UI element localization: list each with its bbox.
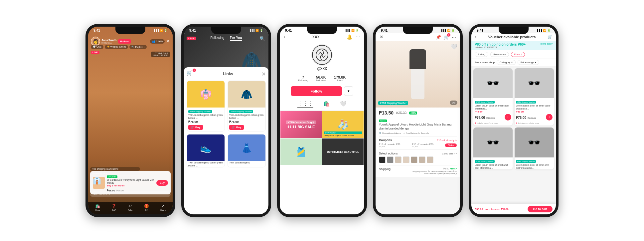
shop-filter-row: From same shop Category ▾ Price range ▾ (471, 59, 556, 66)
status-icons-4: ▐▐▐ 📶 🔋 (440, 29, 455, 32)
coupons-title: Coupons (379, 138, 392, 142)
close-links-icon[interactable]: ✕ (261, 71, 266, 77)
swatch-4[interactable] (403, 156, 409, 163)
swatch-5[interactable] (411, 156, 417, 163)
nav-gift[interactable]: 🎁 Gift (144, 204, 149, 211)
cart-icon-p5[interactable]: 🛒 (548, 35, 553, 39)
price-range-filter[interactable]: Price range ▾ (518, 60, 539, 65)
nav-qa[interactable]: ❓ Q&A (111, 204, 116, 211)
buy-button[interactable]: Buy (156, 180, 168, 186)
nav-share[interactable]: ↗ Share (160, 204, 166, 211)
price-p5-2: ₱76.00 (516, 116, 526, 120)
add-cart-btn-1[interactable]: + (505, 114, 511, 120)
product-title-4: Twin-pocket organic (228, 161, 265, 164)
comment-input[interactable]: Add comment (90, 191, 171, 197)
swatch-1[interactable] (379, 156, 386, 163)
header-icons-p5: 🛒 (548, 35, 553, 39)
weekly-ranking-button[interactable]: 🏆 Weekly ranking (105, 45, 128, 49)
coupons-header: Coupons P10 off already > (379, 138, 457, 142)
shield-icon: 🛡️ (379, 132, 381, 134)
xtra-badge-p5-2: XTRA Shipping Voucher (516, 101, 536, 104)
chat-button[interactable]: 💬 Chat (91, 45, 103, 49)
bottom-nav: 🛍️ Shop ❓ Q&A ↩ Refer 🎁 Gift ↗ Share (88, 202, 173, 214)
xtra-badge-1: XTRA Shipping Voucher (188, 110, 212, 113)
free-returns-badge: ↩ Free Returns for Drop-offs (403, 132, 429, 134)
content-product2: ULTIMATELY BEAUTIFUL (322, 138, 364, 165)
tab-grid[interactable]: ⋮⋮⋮ (297, 101, 313, 108)
terms-link[interactable]: Terms apply (540, 43, 553, 45)
trophy-icon: 🏆 (107, 46, 110, 48)
sale-subbadge: XTRA Voucher Ong@ (286, 120, 316, 124)
color-swatches (379, 156, 457, 163)
cart-icon[interactable]: 🛒 (187, 70, 192, 76)
follow-button[interactable]: Follow (118, 39, 131, 44)
nav-shop[interactable]: 🛍️ Shop (95, 204, 100, 211)
viewers-icon: 👥 (152, 40, 155, 43)
wifi-icon-3: 📶 (351, 29, 355, 32)
filter-price[interactable]: Price ↓ (511, 52, 525, 57)
product-desc-p5-2: Lorem ipsum dolor sit amet cdddf dfdafaf… (515, 104, 554, 110)
product-thumbnail: 👔 (93, 177, 105, 189)
explore-button[interactable]: 🔍 Explore › (129, 45, 146, 49)
coupon-count-2: 23,959 (412, 145, 433, 147)
go-to-cart-button[interactable]: Go to cart (528, 206, 553, 212)
time-2: 9:41 (189, 29, 196, 32)
content-grid: XTRA Voucher Ong@ 11.11 BIG SALE 🧦 XTRA … (280, 111, 364, 166)
pin-icon[interactable]: 📌 (436, 35, 441, 40)
nav-refer[interactable]: ↩ Refer (128, 204, 133, 211)
search-icon[interactable]: 🔍 (259, 36, 265, 41)
swatch-2[interactable] (387, 156, 394, 163)
filter-row: Rating Relevance Price ↓ (471, 50, 556, 59)
more-icon-p4[interactable]: ⋯ (452, 35, 456, 40)
price-row: ₱13.50 ₱25.00 -35% (379, 110, 457, 116)
dropdown-button[interactable]: ▾ (344, 86, 353, 96)
tab-liked[interactable]: 🤍 (340, 101, 347, 108)
tab-following[interactable]: Following (210, 36, 224, 41)
product-banner[interactable]: 👔 Dr Cardin Dr Cardin Men Trendy Ultra L… (90, 171, 171, 194)
category-filter[interactable]: Category ▾ (497, 60, 516, 65)
sale-banner: XTRA Voucher Ong@ 11.11 BIG SALE (280, 111, 322, 138)
buy-button-2[interactable]: 🛒 Buy (229, 125, 244, 130)
p10-off-text: P10 off already > (436, 139, 457, 142)
close-icon[interactable]: ✕ (166, 39, 170, 44)
filter-relevance[interactable]: Relevance (490, 52, 509, 57)
nav-share-label: Share (160, 209, 166, 211)
content-label: XTRA Voucher Twin-pocket organic cotton … (324, 131, 362, 136)
back-arrow[interactable]: ‹ (284, 34, 285, 40)
product-price-2: ₱76.00 (228, 120, 265, 124)
product-card-4: 👗 Twin-pocket organic (228, 134, 266, 167)
status-icons-1: ▐▐▐ 📶 🔋 (153, 29, 167, 32)
tab-foryou[interactable]: For You (230, 36, 242, 41)
swatch-6[interactable] (419, 156, 425, 163)
product-desc-p5-1: Lorem ipsum dolor sit amet cdddf dfdafaf… (473, 104, 513, 110)
viewers-count: 2,999 (156, 40, 163, 43)
username: JaneSmith (101, 39, 117, 42)
claim-button[interactable]: Claim (445, 143, 457, 147)
buy-button-1[interactable]: 🛒 Buy (188, 125, 203, 130)
close-button[interactable]: ✕ (380, 34, 384, 40)
voucher-amount: P80 off shipping on orders P60+ (475, 43, 526, 46)
follow-button-p3[interactable]: Follow (291, 86, 342, 96)
bell-icon[interactable]: 🔔 (347, 34, 352, 40)
tab-shop[interactable]: 🛍️ (323, 101, 330, 108)
content-xtra-badge: XTRA Voucher (324, 131, 362, 134)
voucher-product-2: 🕶️ XTRA Shipping Voucher Lorem ipsum dol… (515, 68, 554, 125)
following-count: 7 (298, 75, 308, 79)
wifi-icon-4: 📶 (447, 29, 450, 32)
seller-dot-2: ● (516, 121, 518, 124)
event-banner: TT LIVE GALA 11/05-12/22 2021 (151, 52, 170, 57)
filter-rating[interactable]: Rating (475, 52, 488, 57)
swatch-3[interactable] (395, 156, 402, 163)
phone2-screen: 9:41 ▐▐▐ 📶 🔋 LIVE Following For You 🔍 🧥 (184, 27, 268, 214)
wishlist-icon[interactable]: 🤍 (451, 44, 457, 50)
wifi-icon-5: 📶 (543, 29, 546, 32)
voucher-banner: P80 off shipping on orders P60+ Valid un… (471, 41, 556, 50)
more-icon[interactable]: ⋯ (356, 34, 360, 40)
links-title: Links (223, 72, 233, 76)
add-cart-btn-2[interactable]: + (546, 114, 553, 120)
signal-icon: ▐▐▐ (153, 29, 159, 32)
swatch-7[interactable] (427, 156, 433, 163)
back-arrow-p5[interactable]: ‹ (475, 34, 476, 40)
options-right[interactable]: Color, Size > › (442, 152, 457, 155)
price-p5-1: ₱76.00 (475, 116, 485, 120)
